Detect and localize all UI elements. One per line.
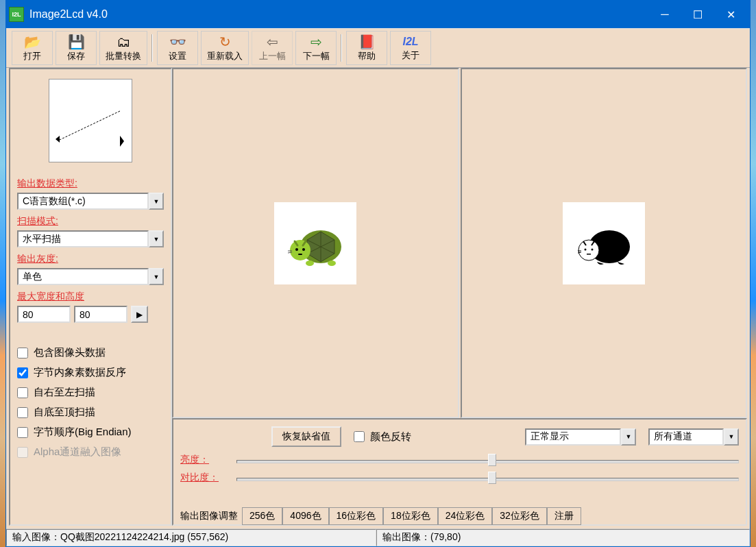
contrast-label: 对比度： (180, 472, 227, 484)
svg-point-15 (302, 248, 305, 251)
chevron-down-icon[interactable]: ▼ (149, 268, 164, 285)
scan-mode-dropdown[interactable]: ▼ (17, 230, 164, 247)
svg-point-20 (328, 260, 336, 266)
save-button[interactable]: 💾保存 (56, 31, 97, 65)
source-image (281, 212, 350, 274)
tab-4[interactable]: 24位彩色 (438, 507, 493, 525)
source-preview (172, 68, 459, 418)
size-label: 最大宽度和高度 (17, 291, 164, 303)
contrast-slider[interactable] (236, 472, 739, 484)
minimize-button[interactable]: ─ (648, 1, 681, 28)
open-label: 打开 (23, 50, 41, 62)
batch-button[interactable]: 🗂批量转换 (99, 31, 147, 65)
display-dropdown[interactable]: ▼ (525, 428, 636, 446)
batch-icon: 🗂 (117, 34, 130, 50)
svg-point-23 (584, 248, 586, 250)
gray-label: 输出灰度: (17, 253, 164, 265)
controls-panel: 恢复缺省值 颜色反转 ▼ ▼ 亮度： (172, 418, 747, 526)
app-icon: I2L (9, 7, 24, 22)
prev-button: ⇦上一幅 (252, 31, 293, 65)
tab-1[interactable]: 4096色 (282, 507, 328, 525)
save-icon: 💾 (68, 34, 85, 50)
output-type-value[interactable] (17, 193, 149, 210)
svg-rect-16 (298, 254, 302, 255)
chevron-down-icon[interactable]: ▼ (149, 230, 164, 247)
tab-6[interactable]: 注册 (547, 507, 581, 525)
scan-visualization (49, 79, 132, 162)
help-button[interactable]: 📕帮助 (346, 31, 387, 65)
output-status: 输出图像：(79,80) (376, 529, 750, 546)
main-window: I2L Image2Lcd v4.0 ─ ☐ ✕ 📂打开💾保存🗂批量转换👓设置↻… (5, 0, 751, 547)
prev-label: 上一幅 (259, 50, 286, 62)
chevron-down-icon[interactable]: ▼ (724, 428, 739, 446)
output-type-label: 输出数据类型: (17, 178, 164, 190)
svg-point-19 (306, 260, 314, 266)
svg-point-22 (578, 240, 599, 260)
next-label: 下一幅 (303, 50, 330, 62)
checkbox-5: Alpha通道融入图像 (17, 446, 164, 459)
reload-icon: ↻ (219, 34, 231, 50)
open-button[interactable]: 📂打开 (12, 31, 53, 65)
prev-icon: ⇦ (267, 34, 278, 50)
sidebar: 输出数据类型: ▼ 扫描模式: ▼ 输出灰度: ▼ 最大宽度和高度 ▶ 包含图 (9, 68, 172, 526)
brightness-label: 亮度： (180, 454, 227, 466)
gray-dropdown[interactable]: ▼ (17, 268, 164, 285)
batch-label: 批量转换 (106, 50, 141, 62)
checkbox-1[interactable]: 字节内象素数据反序 (17, 366, 164, 379)
about-icon: I2L (402, 34, 418, 49)
next-button[interactable]: ⇨下一幅 (295, 31, 337, 65)
tab-5[interactable]: 32位彩色 (492, 507, 547, 525)
tab-0[interactable]: 256色 (242, 507, 282, 525)
output-image (570, 212, 638, 274)
about-label: 关于 (402, 49, 419, 62)
input-status: 输入图像：QQ截图20221124224214.jpg (557,562) (6, 529, 376, 546)
checkbox-0[interactable]: 包含图像头数据 (17, 346, 164, 359)
toolbar: 📂打开💾保存🗂批量转换👓设置↻重新载入⇦上一幅⇨下一幅📕帮助I2L关于 (6, 28, 750, 68)
width-input[interactable] (17, 306, 71, 323)
maximize-button[interactable]: ☐ (681, 1, 714, 28)
tab-3[interactable]: 18位彩色 (383, 507, 438, 525)
help-label: 帮助 (358, 50, 376, 62)
checkbox-3[interactable]: 自底至顶扫描 (17, 406, 164, 419)
scan-mode-value[interactable] (17, 230, 149, 247)
checkbox-4[interactable]: 字节顺序(Big Endian) (17, 426, 164, 439)
output-type-dropdown[interactable]: ▼ (17, 193, 164, 210)
titlebar[interactable]: I2L Image2Lcd v4.0 ─ ☐ ✕ (6, 1, 750, 28)
gray-value[interactable] (17, 268, 149, 285)
reload-button[interactable]: ↻重新载入 (201, 31, 249, 65)
open-icon: 📂 (24, 34, 41, 50)
settings-icon: 👓 (169, 34, 186, 50)
scan-mode-label: 扫描模式: (17, 215, 164, 228)
tabs-label: 输出图像调整 (180, 508, 242, 524)
svg-rect-25 (587, 254, 591, 255)
size-apply-button[interactable]: ▶ (131, 306, 148, 323)
output-preview (461, 68, 748, 418)
close-button[interactable]: ✕ (714, 1, 747, 28)
settings-button[interactable]: 👓设置 (157, 31, 198, 65)
brightness-slider[interactable] (236, 454, 739, 466)
help-icon: 📕 (358, 34, 376, 50)
next-icon: ⇨ (310, 34, 322, 50)
save-label: 保存 (67, 50, 85, 62)
about-button[interactable]: I2L关于 (390, 31, 431, 65)
chevron-down-icon[interactable]: ▼ (621, 428, 636, 446)
svg-point-24 (591, 248, 593, 250)
settings-label: 设置 (169, 50, 186, 62)
restore-defaults-button[interactable]: 恢复缺省值 (271, 426, 341, 447)
invert-checkbox[interactable]: 颜色反转 (354, 430, 411, 443)
reload-label: 重新载入 (207, 50, 243, 62)
height-input[interactable] (74, 306, 127, 323)
checkbox-2[interactable]: 自右至左扫描 (17, 386, 164, 399)
window-title: Image2Lcd v4.0 (29, 8, 648, 21)
tab-2[interactable]: 16位彩色 (329, 507, 384, 525)
svg-point-14 (295, 248, 298, 251)
status-bar: 输入图像：QQ截图20221124224214.jpg (557,562) 输出… (6, 528, 750, 546)
channel-dropdown[interactable]: ▼ (648, 428, 739, 446)
chevron-down-icon[interactable]: ▼ (149, 193, 164, 210)
svg-point-13 (290, 240, 310, 260)
